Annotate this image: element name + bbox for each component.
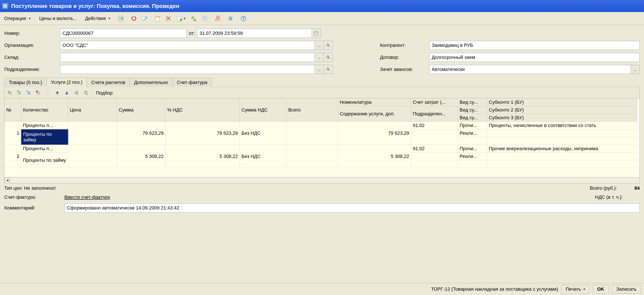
operation-menu[interactable]: Операция ▾ (1, 14, 34, 24)
tab-invoice[interactable]: Счет-фактура (172, 78, 212, 87)
unpost-doc-icon[interactable] (163, 14, 173, 24)
contract-input[interactable]: Долгосрочный заем (429, 53, 640, 62)
cell-exp2[interactable]: Реали... (458, 129, 487, 137)
col-qty[interactable]: Количество (21, 98, 68, 122)
col-sub2[interactable]: Субконто 2 (БУ) (487, 106, 637, 114)
col-sum[interactable]: Сумма (117, 98, 166, 122)
cell-dept2[interactable] (411, 153, 458, 168)
cell-exp1[interactable]: Прочи... (458, 145, 487, 153)
ok-button[interactable]: OK (593, 285, 609, 293)
col-expkind3[interactable]: Вид су... (458, 114, 487, 122)
write-icon[interactable]: ▾ (176, 14, 186, 24)
tab-accounts[interactable]: Счета расчетов (87, 78, 130, 87)
sort-desc-icon[interactable]: ZA (81, 89, 90, 97)
warehouse-input[interactable] (60, 53, 315, 62)
tab-goods[interactable]: Товары (0 поз.) (4, 78, 46, 87)
col-sub1[interactable]: Субконто 1 (БУ) (487, 98, 637, 106)
dtk-icon[interactable]: ДтКт (189, 14, 199, 24)
enter-invoice-link[interactable]: Ввести счет-фактуру (64, 194, 110, 200)
cell-n[interactable]: 1 (4, 122, 21, 145)
date-input[interactable]: 31.07.2009 23:59:59 (197, 29, 312, 38)
dept-input[interactable] (60, 65, 315, 74)
edit-row-icon[interactable] (25, 89, 33, 97)
sort-asc-icon[interactable]: AZ (72, 89, 80, 97)
cell-sum[interactable]: 79 623,29 (166, 122, 240, 145)
select-button[interactable]: ... (315, 41, 324, 50)
cell-content-selected[interactable]: Проценты по займу (21, 129, 68, 145)
list-icon[interactable] (226, 14, 236, 24)
report-icon[interactable] (200, 14, 210, 24)
number-input[interactable]: СДС00000067 (60, 29, 187, 38)
col-acct[interactable]: Счет затрат (... (411, 98, 458, 106)
col-sub3[interactable]: Субконто 3 (БУ) (487, 114, 637, 122)
print-button[interactable]: Печать ▾ (561, 285, 590, 293)
cell-acct[interactable]: 91.02 (411, 122, 458, 129)
col-vat[interactable]: % НДС (166, 98, 240, 122)
cell-sub1[interactable]: Проценты, начисленные в соответствии со … (487, 122, 637, 129)
col-dept2[interactable]: Подразделен... (411, 106, 458, 122)
col-nomenclature[interactable]: Номенклатура (338, 98, 411, 106)
post-doc-icon[interactable] (153, 14, 162, 24)
cell-qty[interactable] (68, 122, 117, 145)
cell-n[interactable]: 2 (4, 145, 21, 168)
cell-vatsum[interactable] (286, 122, 338, 145)
cell-vatsum[interactable] (286, 145, 338, 168)
cell-vat[interactable]: Без НДС (240, 122, 286, 145)
cell-content[interactable]: Проценты по займу (21, 153, 68, 168)
cell-qty[interactable] (68, 145, 117, 168)
prices-button[interactable]: Цены и валюта... (36, 14, 80, 24)
services-grid[interactable]: № Номенклатура Количество Цена Сумма % Н… (4, 98, 640, 168)
cell-price[interactable]: 5 308,22 (117, 145, 166, 168)
actions-menu[interactable]: Действия ▾ (82, 14, 113, 24)
help-icon[interactable]: ? (238, 14, 248, 24)
tab-services[interactable]: Услуги (2 поз.) (46, 78, 87, 87)
col-expkind2[interactable]: Вид су... (458, 106, 487, 114)
cell-total[interactable]: 5 308,22 (338, 145, 411, 168)
tab-extra[interactable]: Дополнительно (130, 78, 172, 87)
cell-sub2[interactable] (487, 129, 637, 137)
cell-vat[interactable]: Без НДС (240, 145, 286, 168)
col-content[interactable]: Содержание услуги, доп. (338, 106, 411, 122)
col-vatsum[interactable]: Сумма НДС (240, 98, 286, 122)
structure-icon[interactable] (213, 14, 222, 24)
select-button[interactable]: ... (315, 65, 324, 74)
cell-total[interactable]: 79 623,29 (338, 122, 411, 145)
calendar-icon[interactable] (312, 29, 321, 38)
cell-sum[interactable]: 5 308,22 (166, 145, 240, 168)
cell-exp1[interactable]: Прочи... (458, 122, 487, 129)
cell-sub3[interactable] (487, 137, 637, 145)
save-button[interactable]: Записать (612, 285, 641, 293)
select-button[interactable]: ... (631, 65, 640, 74)
basis-icon[interactable] (140, 14, 150, 24)
cell-sub1[interactable]: Прочие внереализационные расходы, неприн… (487, 145, 637, 153)
move-up-icon[interactable] (53, 89, 62, 97)
open-button[interactable] (324, 65, 333, 74)
add-row-icon[interactable] (6, 89, 14, 97)
cell-sub2[interactable] (487, 153, 637, 160)
open-button[interactable] (324, 53, 333, 62)
cell-exp2[interactable]: Реали... (458, 153, 487, 160)
delete-row-icon[interactable] (34, 89, 43, 97)
cell-exp3[interactable] (458, 160, 487, 168)
cell-dept2[interactable] (411, 129, 458, 145)
refresh-icon[interactable] (129, 14, 139, 24)
org-input[interactable]: ООО "СДС" (60, 41, 315, 50)
contractor-input[interactable]: Заимодавец в РУБ (429, 41, 640, 50)
col-price[interactable]: Цена (68, 98, 117, 122)
selection-button[interactable]: Подбор (94, 89, 115, 97)
col-expkind[interactable]: Вид су... (458, 98, 487, 106)
cell-price[interactable]: 79 623,29 (117, 122, 166, 145)
cell-acct[interactable]: 91.02 (411, 145, 458, 153)
goto-icon[interactable] (116, 14, 126, 24)
scroll-left-icon[interactable]: ◂ (4, 177, 10, 183)
col-total[interactable]: Всего (286, 98, 338, 122)
open-button[interactable] (324, 41, 333, 50)
settings-row-icon[interactable] (44, 89, 52, 97)
cell-nomen[interactable]: Проценты п... (21, 145, 68, 153)
move-down-icon[interactable] (62, 89, 71, 97)
cell-sub3[interactable] (487, 160, 637, 168)
add-copy-row-icon[interactable]: + (15, 89, 24, 97)
comment-input[interactable]: Сформировано автоматически 14.09.2009 21… (64, 203, 640, 212)
cell-nomen[interactable]: Проценты п... (21, 122, 68, 129)
h-scrollbar[interactable]: ◂ (4, 177, 640, 183)
